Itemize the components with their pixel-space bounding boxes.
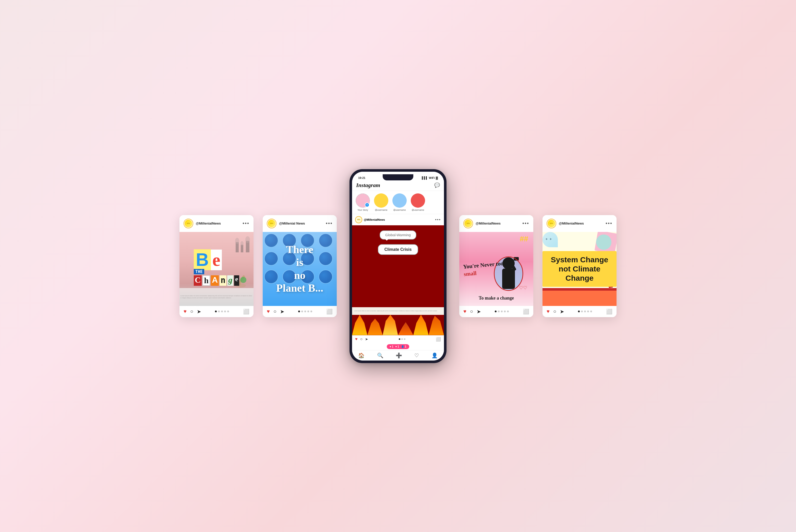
story-your-story[interactable]: + Your Story [356, 193, 370, 211]
card-header-left-4: MN @MillenialNews [463, 218, 501, 228]
right-cards: MN @MillenialNews ••• ## You're Never to… [457, 215, 619, 317]
post-menu-1[interactable]: ••• [242, 221, 249, 226]
bookmark-icon-1[interactable]: ⬜ [243, 308, 249, 315]
dot2-1 [298, 310, 300, 312]
bookmark-icon-5[interactable]: ⬜ [606, 308, 612, 315]
add-story-icon: + [365, 203, 369, 207]
comment-icon-5[interactable]: ○ [553, 308, 556, 315]
carousel-dots-5 [568, 310, 603, 312]
dot4-1 [495, 310, 497, 312]
phone-like-icon[interactable]: ♥ [355, 337, 358, 341]
heart-nav-icon[interactable]: ♡ [414, 353, 419, 359]
dot4-3 [501, 310, 503, 312]
dot2-2 [301, 310, 303, 312]
fire-row [352, 315, 444, 335]
phone-share-icon[interactable]: ➤ [365, 337, 368, 341]
like-icon-4[interactable]: ♥ [463, 308, 466, 315]
story-circle-red [411, 193, 425, 208]
phone-avatar: MN [355, 216, 362, 223]
post1-background: Lorem ipsum dolor sit amet consectetur a… [180, 232, 254, 306]
story-user3[interactable]: @username [411, 193, 425, 211]
post-card-5: MN @MillenialNews ••• 🍒 ✦ ✦ [542, 215, 616, 317]
profile-nav-icon[interactable]: 👤 [431, 353, 438, 359]
flame-1 [352, 315, 367, 335]
deco-teal [596, 234, 611, 250]
share-icon-4[interactable]: ➤ [477, 308, 481, 315]
post-actions-1: ♥ ○ ➤ ⬜ [180, 306, 254, 317]
flame-2 [367, 317, 383, 335]
comment-icon-1[interactable]: ○ [190, 308, 193, 315]
flame-5 [413, 315, 429, 335]
post-menu-5[interactable]: ••• [606, 221, 612, 226]
status-icons: ▌▌▌ WiFi ▓ [422, 176, 438, 179]
stories-row: + Your Story @username @username @ [352, 191, 444, 214]
post-image-2: ThereisnoPlanet B... [263, 232, 337, 306]
post2-background: ThereisnoPlanet B... [263, 232, 337, 306]
search-nav-icon[interactable]: 🔍 [377, 353, 384, 359]
card-header-2: MN @Millenial News ••• [263, 215, 337, 232]
story-user1[interactable]: @username [374, 193, 388, 211]
signal-icon: ▌▌▌ [422, 176, 428, 179]
dot2-3 [304, 310, 306, 312]
bookmark-icon-2[interactable]: ⬜ [326, 308, 333, 315]
phone-post-header: MN @MillenialNews ••• [352, 214, 444, 225]
post-actions-5: ♥ ○ ➤ ⬜ [542, 306, 616, 317]
small-word: small [463, 270, 477, 277]
dot2-4 [308, 310, 309, 312]
share-icon-1[interactable]: ➤ [197, 308, 201, 315]
share-icon-2[interactable]: ➤ [280, 308, 284, 315]
story-circle-blue [392, 193, 407, 208]
system-change-text: System Change not Climate Change [551, 255, 608, 282]
card-header-5: MN @MillenialNews ••• [542, 215, 616, 232]
post-menu-4[interactable]: ••• [522, 221, 529, 226]
share-icon-5[interactable]: ➤ [560, 308, 564, 315]
bookmark-icon-4[interactable]: ⬜ [523, 308, 529, 315]
username-1: @MillenialNews [196, 222, 221, 225]
story-label-3: @username [411, 209, 424, 211]
newspaper-text: Lorem ipsum dolor sit amet consectetur a… [180, 294, 254, 300]
carousel-dots-2 [288, 310, 323, 312]
story-user2[interactable]: @username [392, 193, 407, 211]
like-icon-5[interactable]: ♥ [547, 308, 550, 315]
flame-6 [429, 315, 444, 335]
dot-2 [218, 310, 220, 312]
svg-point-5 [245, 236, 250, 243]
like-icon-2[interactable]: ♥ [267, 308, 270, 315]
home-nav-icon[interactable]: 🏠 [358, 353, 365, 359]
flame-3 [383, 315, 398, 335]
red-strip [542, 288, 616, 291]
post-image-1: Lorem ipsum dolor sit amet consectetur a… [180, 232, 254, 306]
phone-dot-active [399, 338, 400, 340]
messenger-icon[interactable]: 💬 [434, 183, 440, 188]
status-time: 19:21 [358, 176, 365, 179]
activity-comments: ♥ 1 [395, 345, 399, 348]
make-change-text: To make a change [459, 296, 533, 301]
add-nav-icon[interactable]: ➕ [396, 353, 402, 359]
dot5-3 [584, 310, 586, 312]
comment-icon-2[interactable]: ○ [273, 308, 277, 315]
activity-bubble: ♥ 1 ♥ 1 👤 1 [387, 344, 409, 349]
change-letters: C h A n g e [194, 275, 239, 286]
phone-bookmark-icon[interactable]: ⬜ [436, 337, 441, 342]
comment-icon-4[interactable]: ○ [470, 308, 473, 315]
your-story-label: Your Story [357, 209, 368, 211]
phone-comment-icon[interactable]: ○ [360, 337, 363, 341]
left-cards: MN @MillenialNews ••• Lorem ipsum dolor … [177, 215, 339, 317]
phone-dot-2 [401, 338, 403, 340]
username-5: @MillenialNews [559, 222, 584, 225]
post-card-4: MN @MillenialNews ••• ## You're Never to… [459, 215, 533, 317]
avatar-inner-4: MN [464, 220, 472, 227]
be-letter: Be [194, 252, 239, 268]
dot-4 [224, 310, 226, 312]
username-4: @MillenialNews [476, 222, 501, 225]
avatar-inner-5: MN [548, 220, 555, 227]
wifi-icon: WiFi [429, 176, 435, 179]
main-scene: MN @MillenialNews ••• Lorem ipsum dolor … [28, 49, 768, 483]
post-menu-2[interactable]: ••• [326, 221, 333, 226]
phone-post-menu[interactable]: ••• [435, 217, 441, 222]
global-warming-text: Global Warming [385, 233, 411, 237]
phone-post-user: MN @MillenialNews [355, 216, 385, 223]
post-image-5: 🍒 ✦ ✦ System Change not Climate Change [542, 232, 616, 306]
dot5-1 [578, 310, 580, 312]
like-icon-1[interactable]: ♥ [184, 308, 187, 315]
